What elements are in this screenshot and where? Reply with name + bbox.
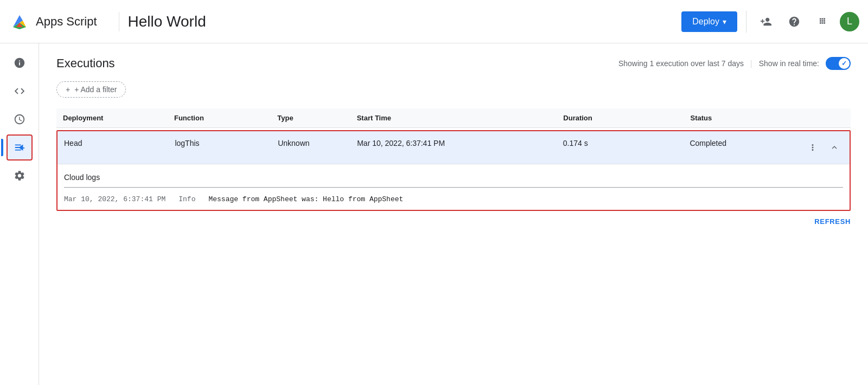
deploy-button[interactable]: Deploy ▾: [681, 11, 737, 32]
row-action-group: [801, 139, 843, 156]
header-divider: [119, 12, 119, 31]
sidebar-item-editor[interactable]: [7, 78, 33, 104]
cell-duration: 0.174 s: [557, 131, 684, 164]
executions-meta: Showing 1 execution over last 7 days | S…: [618, 57, 851, 70]
meta-divider: |: [750, 59, 752, 68]
header-actions-divider: [746, 11, 746, 33]
sidebar-item-settings[interactable]: [7, 163, 33, 189]
cloud-logs-title: Cloud logs: [64, 173, 843, 182]
table-row: Head logThis Unknown Mar 10, 2022, 6:37:…: [58, 131, 850, 164]
help-icon: [788, 16, 800, 28]
col-header-duration: Duration: [557, 108, 684, 128]
deploy-chevron-icon: ▾: [723, 17, 726, 26]
deploy-label: Deploy: [692, 17, 719, 27]
more-vert-icon: [808, 143, 818, 152]
refresh-button[interactable]: REFRESH: [814, 217, 851, 226]
sidebar-item-executions[interactable]: [7, 134, 33, 161]
executions-icon: [14, 142, 25, 153]
table-header: Deployment Function Type Start Time Dura…: [56, 108, 851, 128]
log-divider: [64, 187, 843, 188]
add-collaborator-button[interactable]: [755, 11, 777, 33]
add-filter-label: + Add a filter: [74, 85, 117, 94]
info-icon: [14, 57, 25, 69]
executions-summary: Showing 1 execution over last 7 days: [618, 59, 744, 68]
app-title: Apps Script: [36, 15, 97, 29]
help-button[interactable]: [783, 11, 805, 33]
cell-actions: [794, 131, 850, 164]
add-filter-icon: +: [66, 85, 70, 94]
chevron-up-icon: [829, 143, 839, 152]
project-title: Hello World: [128, 13, 206, 30]
sidebar-item-overview[interactable]: [7, 50, 33, 76]
content-area: Executions Showing 1 execution over last…: [39, 43, 868, 385]
log-message: Message from AppSheet was: Hello from Ap…: [208, 195, 403, 203]
apps-grid-button[interactable]: [812, 11, 833, 33]
executions-header: Executions Showing 1 execution over last…: [56, 56, 851, 70]
col-header-deployment: Deployment: [56, 108, 168, 128]
realtime-label: Show in real time:: [759, 59, 819, 68]
cell-type: Unknown: [271, 131, 350, 164]
user-avatar[interactable]: L: [840, 12, 859, 31]
sidebar-active-indicator: [1, 139, 3, 156]
triggers-icon: [14, 113, 25, 125]
add-filter-button[interactable]: + + Add a filter: [56, 81, 126, 98]
executions-title: Executions: [56, 56, 115, 70]
settings-icon: [14, 170, 25, 182]
header: Apps Script Hello World Deploy ▾ L: [0, 0, 868, 43]
sidebar-item-triggers[interactable]: [7, 106, 33, 132]
toggle-knob: ✓: [839, 58, 850, 69]
execution-row-table: Head logThis Unknown Mar 10, 2022, 6:37:…: [58, 131, 850, 164]
toggle-check-icon: ✓: [841, 60, 847, 67]
apps-script-logo-icon: [9, 11, 30, 33]
code-icon: [14, 85, 25, 97]
cell-starttime: Mar 10, 2022, 6:37:41 PM: [350, 131, 557, 164]
col-header-type: Type: [271, 108, 350, 128]
header-actions: Deploy ▾ L: [681, 11, 859, 33]
executions-table: Deployment Function Type Start Time Dura…: [56, 108, 851, 128]
execution-section: Head logThis Unknown Mar 10, 2022, 6:37:…: [56, 130, 851, 211]
col-header-status: Status: [684, 108, 795, 128]
log-level: Info: [178, 195, 195, 203]
cell-deployment: Head: [58, 131, 168, 164]
filter-bar: + + Add a filter: [56, 81, 851, 98]
person-add-icon: [760, 16, 772, 28]
col-header-function: Function: [168, 108, 271, 128]
log-entry: Mar 10, 2022, 6:37:41 PM Info Message fr…: [64, 193, 843, 206]
log-timestamp: Mar 10, 2022, 6:37:41 PM: [64, 195, 165, 203]
realtime-toggle[interactable]: ✓: [826, 57, 851, 70]
cell-function: logThis: [168, 131, 271, 164]
col-header-starttime: Start Time: [350, 108, 557, 128]
cell-status: Completed: [683, 131, 794, 164]
apps-grid-icon: [816, 16, 828, 28]
sidebar: [0, 43, 39, 385]
col-header-actions: [795, 108, 851, 128]
more-options-button[interactable]: [804, 139, 821, 156]
main-layout: Executions Showing 1 execution over last…: [0, 43, 868, 385]
refresh-row: REFRESH: [56, 211, 851, 228]
cloud-logs-section: Cloud logs Mar 10, 2022, 6:37:41 PM Info…: [58, 164, 850, 210]
collapse-row-button[interactable]: [826, 139, 843, 156]
executions-table-wrapper: Deployment Function Type Start Time Dura…: [56, 108, 851, 211]
app-logo: Apps Script: [9, 11, 97, 33]
